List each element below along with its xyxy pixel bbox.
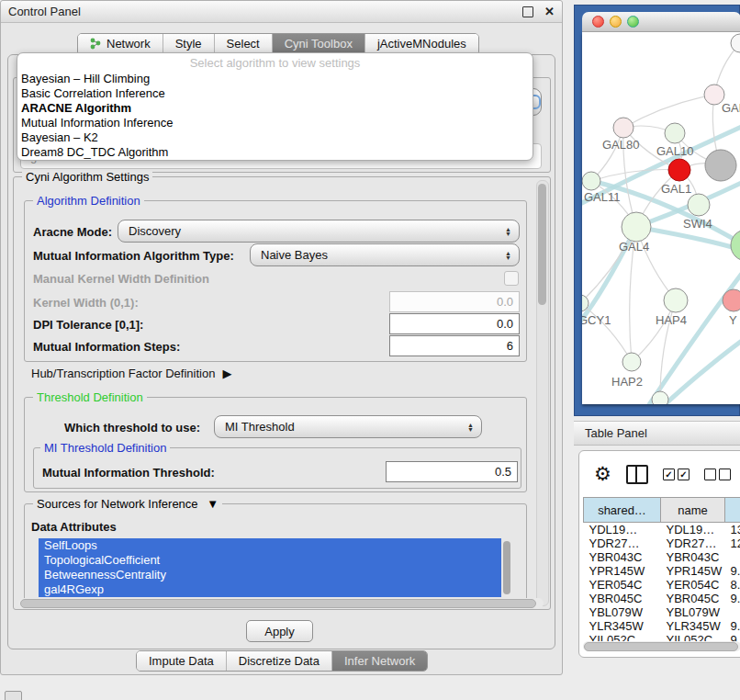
which-threshold-combobox[interactable]: MI Threshold ▲▼ [214, 415, 482, 438]
dropdown-item-highlighted[interactable]: ARACNE Algorithm [17, 101, 533, 116]
settings-hscrollbar-thumb[interactable] [20, 599, 536, 608]
table-cell[interactable]: YBR043C [661, 550, 725, 564]
network-window-titlebar[interactable] [582, 12, 740, 32]
table-cell[interactable]: YER054C [584, 578, 661, 592]
gear-icon[interactable]: ⚙ [594, 465, 611, 483]
list-item[interactable]: BetweennessCentrality [39, 568, 501, 582]
dropdown-item[interactable]: Dream8 DC_TDC Algorithm [17, 145, 533, 160]
network-node-hap2[interactable] [622, 353, 641, 371]
network-node-hap4[interactable] [664, 288, 688, 312]
column-header-shared-name[interactable]: shared… [584, 498, 661, 523]
table-cell[interactable]: YDL19… [661, 523, 725, 537]
tab-cyni-toolbox[interactable]: Cyni Toolbox [273, 34, 365, 53]
table-cell[interactable] [725, 550, 740, 564]
table-row[interactable]: YDL19…YDL19…13 [584, 523, 740, 537]
mi-steps-field[interactable]: 6 [389, 335, 520, 356]
sources-title[interactable]: Sources for Network Inference ▼ [33, 497, 222, 511]
table-cell[interactable]: YLR345W [661, 619, 725, 633]
network-node-gal4[interactable] [622, 212, 651, 242]
table-hscrollbar[interactable] [583, 641, 740, 651]
dropdown-item[interactable]: Basic Correlation Inference [17, 86, 533, 101]
network-node[interactable] [652, 391, 668, 404]
settings-scrollbar[interactable] [536, 180, 549, 606]
apply-button[interactable]: Apply [246, 620, 313, 642]
network-edge-thick[interactable] [636, 227, 740, 253]
close-button[interactable] [592, 16, 604, 28]
kernel-width-field[interactable]: 0.0 [389, 291, 520, 312]
table-row[interactable]: YPR145WYPR145W9. [584, 564, 740, 578]
network-edge[interactable] [623, 95, 714, 128]
settings-hscrollbar[interactable] [18, 598, 544, 608]
dpi-tolerance-field[interactable]: 0.0 [389, 313, 520, 334]
table-row[interactable]: YBL079WYBL079W [584, 605, 740, 619]
table-cell[interactable]: YDR27… [584, 536, 661, 550]
network-node-gal10[interactable] [665, 123, 685, 143]
table-cell[interactable]: YBL079W [584, 605, 661, 619]
table-row[interactable]: YER054CYER054C8. [584, 578, 740, 592]
tab-infer-network[interactable]: Infer Network [332, 651, 427, 671]
table-cell[interactable]: 9. [725, 592, 740, 605]
table-row[interactable]: YBR045CYBR045C9. [584, 592, 740, 605]
column-header-partial[interactable] [725, 498, 740, 523]
dropdown-item[interactable]: Bayesian – K2 [17, 130, 533, 145]
table-cell[interactable]: YBR043C [584, 550, 661, 564]
table-cell[interactable]: 9. [725, 564, 740, 578]
network-node-gal80[interactable] [613, 118, 633, 138]
table-cell[interactable]: YPR145W [584, 564, 661, 578]
table-cell[interactable]: YDR27… [661, 536, 725, 550]
attributes-scrollbar-thumb[interactable] [503, 541, 510, 594]
table-cell[interactable]: YER054C [661, 578, 725, 592]
table-cell[interactable]: YDL19… [584, 523, 661, 537]
mi-threshold-field[interactable]: 0.5 [386, 461, 518, 482]
table-cell[interactable]: YPR145W [661, 564, 725, 578]
list-item[interactable]: SelfLoops [39, 538, 501, 553]
tab-network[interactable]: Network [78, 34, 163, 53]
table-cell[interactable]: 12 [725, 536, 740, 550]
minimized-panel-icon[interactable] [5, 691, 22, 700]
dropdown-item[interactable]: Mutual Information Inference [17, 116, 533, 130]
table-cell[interactable]: 13 [725, 523, 740, 537]
table-cell[interactable]: YLR345W [584, 619, 661, 633]
dropdown-item[interactable]: Bayesian – Hill Climbing [17, 72, 533, 86]
network-node[interactable] [705, 150, 736, 181]
unchecked-checkbox-icon[interactable] [704, 469, 716, 480]
table-cell[interactable]: YBL079W [661, 605, 725, 619]
zoom-button[interactable] [627, 16, 639, 28]
tab-select[interactable]: Select [215, 34, 273, 53]
settings-scrollbar-thumb[interactable] [538, 184, 546, 305]
list-item[interactable]: TopologicalCoefficient [39, 553, 501, 568]
manual-kernel-width-checkbox[interactable] [504, 271, 519, 286]
network-node-swi4[interactable] [688, 194, 710, 216]
network-node-gal11[interactable] [582, 172, 600, 190]
network-node[interactable] [731, 230, 740, 261]
column-header-name[interactable]: name [661, 498, 725, 523]
tab-discretize-data[interactable]: Discretize Data [227, 651, 332, 671]
network-node-gal1[interactable] [668, 159, 690, 181]
tab-jactivemnodules[interactable]: jActiveMNodules [365, 34, 478, 53]
mi-algorithm-type-combobox[interactable]: Naive Bayes ▲▼ [250, 243, 520, 266]
table-cell[interactable]: YBR045C [584, 592, 661, 605]
network-node[interactable] [731, 34, 740, 52]
table-cell[interactable]: 8. [725, 578, 740, 592]
table-row[interactable]: YBR043CYBR043C [584, 550, 740, 564]
table-cell[interactable] [725, 605, 740, 619]
checked-checkbox-icon[interactable]: ✓ [678, 469, 690, 480]
aracne-mode-combobox[interactable]: Discovery ▲▼ [118, 220, 520, 243]
tab-style[interactable]: Style [163, 34, 215, 53]
list-item[interactable]: gal4RGexp [39, 582, 501, 597]
table-cell[interactable]: YBR045C [661, 592, 725, 605]
table-cell[interactable]: 9. [725, 619, 740, 633]
unchecked-checkbox-icon[interactable] [719, 469, 731, 480]
hub-definition-toggle[interactable]: Hub/Transcription Factor Definition▶ [31, 367, 231, 380]
table-row[interactable]: YDR27…YDR27…12 [584, 536, 740, 550]
tab-impute-data[interactable]: Impute Data [137, 651, 227, 671]
split-columns-icon[interactable] [626, 465, 648, 484]
checked-checkbox-icon[interactable]: ✓ [663, 469, 675, 480]
minimize-button[interactable] [610, 16, 622, 28]
network-canvas[interactable]: GALGAL80GAL10GAL1GAL11SWI4GAL4GCY1HAP4YH… [582, 32, 740, 404]
network-node-y[interactable] [723, 289, 740, 311]
close-panel-icon[interactable]: ✕ [544, 7, 555, 17]
table-hscrollbar-thumb[interactable] [584, 642, 738, 651]
float-panel-icon[interactable] [522, 6, 533, 17]
table-row[interactable]: YLR345WYLR345W9. [584, 619, 740, 633]
